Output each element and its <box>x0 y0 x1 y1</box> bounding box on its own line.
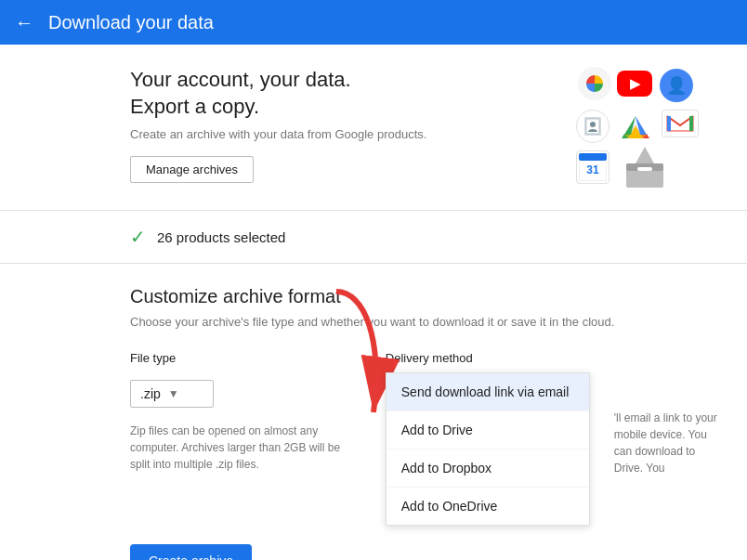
file-type-group: File type .zip ▼ Zip files can be opened… <box>130 351 348 473</box>
svg-rect-20 <box>637 167 652 171</box>
google-drive-icon <box>619 110 652 143</box>
svg-marker-21 <box>636 147 654 163</box>
file-type-select[interactable]: .zip ▼ <box>130 380 214 408</box>
delivery-row: Send download link via email Add to Driv… <box>386 372 717 526</box>
customize-section: Customize archive format Choose your arc… <box>0 264 747 560</box>
top-text: Your account, your data. Export a copy. … <box>130 67 569 183</box>
google-photos-icon <box>578 67 611 100</box>
delivery-option-email[interactable]: Send download link via email <box>387 373 589 411</box>
file-type-value: .zip <box>140 386 161 401</box>
delivery-option-onedrive[interactable]: Add to OneDrive <box>387 488 589 525</box>
main-content: Your account, your data. Export a copy. … <box>0 45 747 560</box>
products-count-text: 26 products selected <box>157 229 285 245</box>
gmail-icon <box>662 110 699 137</box>
customize-description: Choose your archive's file type and whet… <box>130 315 717 329</box>
manage-archives-button[interactable]: Manage archives <box>130 156 254 183</box>
products-selected-section: ✓ 26 products selected <box>0 211 747 264</box>
delivery-option-dropbox[interactable]: Add to Dropbox <box>387 449 589 488</box>
page-title: Download your data <box>48 12 214 33</box>
delivery-description: 'll email a link to your mobile device. … <box>614 410 717 476</box>
youtube-icon: ▶ <box>617 71 652 97</box>
delivery-method-label: Delivery method <box>386 351 717 365</box>
checkmark-icon: ✓ <box>130 226 146 248</box>
back-icon[interactable]: ← <box>15 12 33 33</box>
product-icons: ▶ 👤 <box>569 67 717 188</box>
svg-rect-14 <box>689 116 693 131</box>
delivery-option-drive[interactable]: Add to Drive <box>387 411 589 449</box>
chevron-down-icon: ▼ <box>168 387 179 400</box>
customize-title: Customize archive format <box>130 286 717 307</box>
top-section: Your account, your data. Export a copy. … <box>0 45 747 211</box>
delivery-method-group: Delivery method Send download link via e… <box>386 351 717 526</box>
svg-marker-11 <box>624 135 647 138</box>
header: ← Download your data <box>0 0 747 45</box>
svg-text:31: 31 <box>586 163 599 176</box>
svg-rect-13 <box>667 116 671 131</box>
svg-rect-16 <box>579 153 607 161</box>
file-type-note: Zip files can be opened on almost any co… <box>130 423 348 473</box>
archive-icon <box>622 147 667 188</box>
top-description: Create an archive with your data from Go… <box>130 127 569 141</box>
delivery-dropdown[interactable]: Send download link via email Add to Driv… <box>386 372 590 526</box>
account-icon: 👤 <box>660 69 693 102</box>
create-archive-button[interactable]: Create archive <box>130 544 252 560</box>
top-heading: Your account, your data. Export a copy. <box>130 67 569 120</box>
options-row: File type .zip ▼ Zip files can be opened… <box>130 351 717 526</box>
file-type-label: File type <box>130 351 348 365</box>
google-calendar-icon: 31 <box>576 150 609 184</box>
svg-point-3 <box>590 122 596 127</box>
contacts-icon <box>576 110 609 143</box>
